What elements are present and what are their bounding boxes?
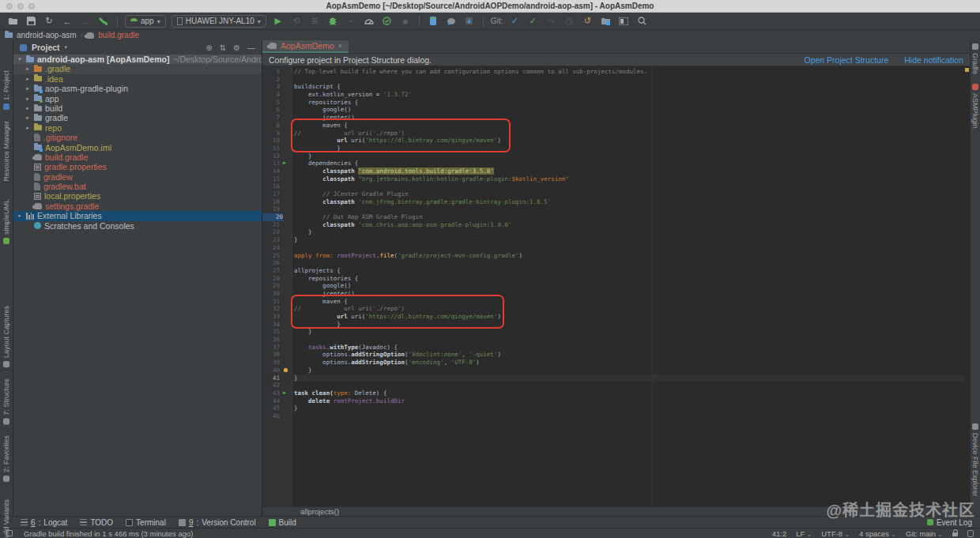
expand-arrow-icon[interactable]: ▸ <box>24 113 31 122</box>
code-line[interactable]: 28 repositories { <box>262 275 964 283</box>
run-with-coverage-icon[interactable] <box>381 15 394 28</box>
tool-stripe-gradle[interactable]: Gradle <box>971 43 979 74</box>
save-icon[interactable] <box>24 15 37 28</box>
code-line[interactable]: 9// url uri('./repo') <box>262 130 964 137</box>
run-config-select[interactable]: app <box>125 15 166 28</box>
code-line[interactable]: 27allprojects { <box>262 267 964 275</box>
tree-item-gradlew-bat[interactable]: gradlew.bat <box>13 182 262 191</box>
layout-inspector-icon[interactable] <box>617 15 630 28</box>
tool-stripe-project[interactable]: 1: Project <box>2 70 10 110</box>
search-icon[interactable] <box>635 15 648 28</box>
device-select[interactable]: HUAWEI JNY-AL10 <box>172 15 266 28</box>
close-tab-icon[interactable]: × <box>338 42 342 50</box>
code-line[interactable]: 36 <box>262 336 964 344</box>
code-line[interactable]: 24 <box>262 244 964 252</box>
intention-bulb-icon[interactable] <box>284 368 288 372</box>
tree-item-build-gradle[interactable]: build.gradle <box>13 152 262 162</box>
code-line[interactable]: 29 google() <box>262 282 964 290</box>
tree-item-scratches-and-consoles[interactable]: Scratches and Consoles <box>13 221 262 231</box>
tool-stripe-asmplugin[interactable]: ASMPlugin <box>971 84 979 129</box>
code-line[interactable]: 1// Top-level build file where you can a… <box>262 68 964 76</box>
code-line[interactable]: 38 options.addStringOption('Xdoclint:non… <box>262 351 964 359</box>
attach-debugger-icon[interactable]: ⌁ <box>345 15 357 28</box>
apply-code-changes-icon[interactable]: ≣ <box>308 15 321 28</box>
history-icon[interactable]: ◷ <box>563 15 575 28</box>
error-stripe[interactable] <box>964 66 970 506</box>
tool-stripe-structure[interactable]: 7: Structure <box>2 378 10 425</box>
code-line[interactable]: 20 // Out Aop ASM Gradle Plugin <box>262 213 964 221</box>
code-line[interactable]: 34 } <box>262 321 964 329</box>
git-branch-widget[interactable]: Git: main <box>906 529 943 538</box>
code-line[interactable]: 42 <box>262 382 964 389</box>
project-structure-icon[interactable] <box>599 15 612 28</box>
debug-icon[interactable] <box>326 15 339 28</box>
collapse-all-icon[interactable]: ⇅ <box>220 43 226 52</box>
code-line[interactable]: 43▶task clean(type: Delete) { <box>262 389 964 397</box>
project-panel-title[interactable]: Project <box>32 43 60 52</box>
code-editor[interactable]: 1// Top-level build file where you can a… <box>262 66 970 506</box>
code-line[interactable]: 33 url uri('https://dl.bintray.com/qingy… <box>262 313 964 321</box>
code-line[interactable]: 18 classpath 'com.jfrog.bintray.gradle:g… <box>262 198 964 206</box>
expand-arrow-icon[interactable]: ▸ <box>24 123 31 133</box>
code-line[interactable]: 23} <box>262 236 964 244</box>
code-line[interactable]: 14 classpath 'com.android.tools.build:gr… <box>262 167 964 175</box>
git-update-icon[interactable]: ✓ <box>508 15 521 28</box>
code-line[interactable]: 37 tasks.withType(Javadoc) { <box>262 344 964 352</box>
code-line[interactable]: 17 // JCenter Gradle Plugin <box>262 190 964 198</box>
tree-item-project-root[interactable]: ▾android-aop-asm [AopAsmDemo] ~/Desktop/… <box>13 55 262 64</box>
code-line[interactable]: 21 classpath 'com.chris.aop:aop-asm-grad… <box>262 221 964 229</box>
chevron-down-icon[interactable]: ▾ <box>65 44 68 51</box>
code-line[interactable]: 46 <box>262 412 964 420</box>
tool-window-button-todo[interactable]: TODO <box>80 518 113 527</box>
code-line[interactable]: 11 } <box>262 145 964 152</box>
tool-window-button-version-control[interactable]: 9: Version Control <box>179 518 256 527</box>
tree-item-gradlew[interactable]: gradlew <box>13 172 262 182</box>
tool-window-button-terminal[interactable]: Terminal <box>126 518 166 527</box>
code-line[interactable]: 10 url uri('https://dl.bintray.com/qingy… <box>262 137 964 145</box>
forward-icon[interactable]: → <box>79 15 92 28</box>
code-line[interactable]: 32// url uri('./repo') <box>262 305 964 313</box>
tree-item-repo[interactable]: ▸repo <box>13 123 262 133</box>
readonly-lock-icon[interactable] <box>952 532 958 536</box>
tool-stripe-simpleuml[interactable]: simpleUML <box>2 199 10 244</box>
warning-stripe-mark[interactable] <box>965 68 969 72</box>
tool-window-button-build[interactable]: Build <box>269 518 296 527</box>
undo-icon[interactable]: ↺ <box>581 15 594 28</box>
code-line[interactable]: 12 } <box>262 152 964 160</box>
expand-arrow-icon[interactable]: ▸ <box>24 74 31 84</box>
code-line[interactable]: 31 maven { <box>262 298 964 306</box>
tool-stripe-device-file-explorer[interactable]: Device File Explorer <box>971 423 979 497</box>
sync-icon[interactable]: ↻ <box>43 15 55 28</box>
code-line[interactable]: 40 } <box>262 367 964 374</box>
locate-file-icon[interactable]: ⊕ <box>205 43 212 52</box>
tree-item-aopasmdemo-iml[interactable]: AopAsmDemo.iml <box>13 143 262 152</box>
code-line[interactable]: 7 jcenter() <box>262 114 964 122</box>
expand-arrow-icon[interactable]: ▸ <box>24 103 31 113</box>
tree-item-app[interactable]: ▸app <box>13 94 262 103</box>
git-commit-icon[interactable]: ✓ <box>526 15 539 28</box>
code-line[interactable]: 6 google() <box>262 106 964 114</box>
tab-aopasmdemo[interactable]: AopAsmDemo × <box>262 40 349 53</box>
hammer-icon[interactable] <box>97 15 110 28</box>
open-project-structure-link[interactable]: Open Project Structure <box>804 55 888 65</box>
tree-item-settings-gradle[interactable]: settings.gradle <box>13 201 262 211</box>
code-line[interactable]: 22 } <box>262 228 964 236</box>
tree-item-local-properties[interactable]: local.properties <box>13 191 262 201</box>
tree-item-external-libraries[interactable]: ▸External Libraries <box>13 211 262 220</box>
code-line[interactable]: 8 maven { <box>262 122 964 130</box>
apply-changes-icon[interactable]: ⟲ <box>290 15 303 28</box>
indent-select[interactable]: 4 spaces <box>859 529 896 538</box>
tree-item--gitignore[interactable]: .gitignore <box>13 133 262 142</box>
code-line[interactable]: 39 options.addStringOption('encoding', '… <box>262 359 964 367</box>
tree-item--gradle[interactable]: ▸.gradle <box>13 64 262 73</box>
code-line[interactable]: 13▶ dependencies { <box>262 160 964 167</box>
code-line[interactable]: 44 delete rootProject.buildDir <box>262 397 964 405</box>
tree-item-gradle-properties[interactable]: gradle.properties <box>13 162 262 171</box>
expand-arrow-icon[interactable]: ▸ <box>24 94 31 103</box>
code-line[interactable]: 30 jcenter() <box>262 290 964 298</box>
run-gutter-icon[interactable]: ▶ <box>283 389 286 397</box>
run-gutter-icon[interactable]: ▶ <box>283 160 286 167</box>
expand-arrow-icon[interactable]: ▸ <box>17 211 23 220</box>
open-folder-icon[interactable] <box>6 15 19 28</box>
code-line[interactable]: 4 ext.kotlin_version = '1.3.72' <box>262 91 964 99</box>
